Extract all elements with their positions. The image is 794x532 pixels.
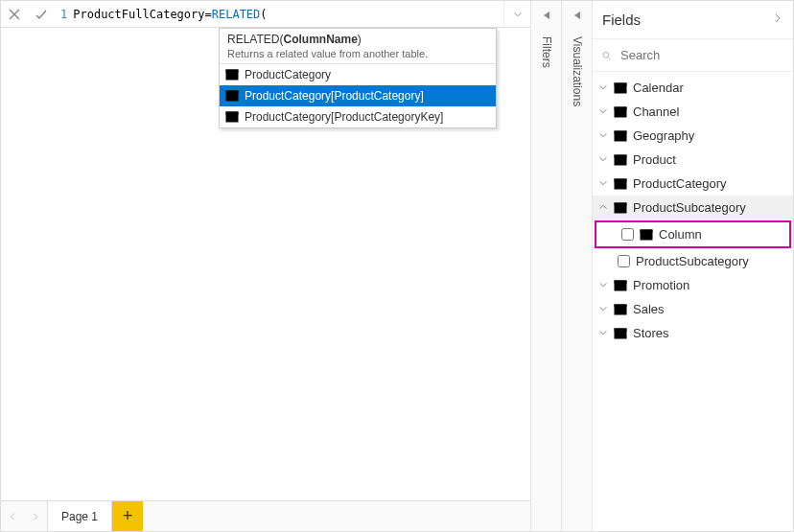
page-tab-strip: Page 1 + bbox=[1, 500, 530, 531]
fields-table-label: ProductSubcategory bbox=[633, 200, 746, 215]
formula-bar: 1 ProductFullCategory=RELATED( bbox=[1, 1, 530, 28]
table-icon bbox=[614, 178, 627, 190]
fields-table-label: Geography bbox=[633, 128, 694, 143]
intellisense-item[interactable]: ProductCategory[ProductCategoryKey] bbox=[220, 106, 496, 127]
table-icon bbox=[614, 328, 627, 339]
formula-line-number: 1 bbox=[55, 8, 73, 21]
filters-label: Filters bbox=[540, 36, 553, 68]
report-canvas[interactable]: RELATED(ColumnName) Returns a related va… bbox=[1, 28, 530, 500]
app-root: 1 ProductFullCategory=RELATED( RELATED(C… bbox=[0, 0, 794, 532]
commit-formula-button[interactable] bbox=[28, 1, 55, 28]
table-icon bbox=[225, 69, 239, 81]
fields-table-row[interactable]: Product bbox=[593, 148, 793, 172]
next-page-button[interactable] bbox=[24, 501, 47, 531]
expand-formula-button[interactable] bbox=[503, 1, 530, 28]
fields-header: Fields bbox=[593, 1, 793, 39]
fields-column-row[interactable]: ProductSubcategory bbox=[593, 249, 793, 273]
search-icon bbox=[602, 49, 611, 62]
fields-tree: CalendarChannelGeographyProductProductCa… bbox=[593, 72, 793, 531]
fields-title: Fields bbox=[602, 12, 641, 28]
formula-input[interactable]: ProductFullCategory=RELATED( bbox=[73, 1, 503, 27]
fields-table-row[interactable]: Stores bbox=[593, 321, 793, 345]
highlighted-field: Column bbox=[595, 220, 791, 248]
table-icon bbox=[614, 106, 627, 118]
chevron-down-icon bbox=[598, 176, 608, 191]
intellisense-item-label: ProductCategory bbox=[245, 68, 331, 81]
visualizations-pane-collapsed[interactable]: Visualizations bbox=[561, 1, 592, 531]
fields-table-row[interactable]: ProductCategory bbox=[593, 172, 793, 196]
fields-table-label: Product bbox=[633, 152, 676, 167]
chevron-down-icon bbox=[598, 152, 608, 167]
chevron-down-icon bbox=[598, 128, 608, 143]
fields-table-row[interactable]: Calendar bbox=[593, 76, 793, 100]
table-icon bbox=[614, 202, 627, 214]
intellisense-item[interactable]: ProductCategory bbox=[220, 64, 496, 85]
fields-table-label: Calendar bbox=[633, 81, 684, 95]
filters-pane-collapsed[interactable]: Filters bbox=[530, 1, 561, 531]
table-icon bbox=[614, 154, 627, 166]
field-checkbox[interactable] bbox=[621, 228, 634, 241]
fields-column-row[interactable]: Column bbox=[596, 222, 789, 246]
add-page-button[interactable]: + bbox=[112, 501, 143, 531]
table-icon bbox=[225, 111, 239, 123]
table-icon bbox=[614, 130, 627, 142]
calculated-column-icon bbox=[640, 229, 653, 241]
fields-table-row[interactable]: ProductSubcategory bbox=[593, 196, 793, 220]
field-label: Column bbox=[659, 227, 702, 242]
intellisense-signature: RELATED(ColumnName) Returns a related va… bbox=[220, 29, 496, 64]
visualizations-expand-icon[interactable] bbox=[571, 9, 584, 25]
fields-table-row[interactable]: Promotion bbox=[593, 273, 793, 297]
chevron-down-icon bbox=[598, 278, 608, 292]
table-icon bbox=[614, 280, 627, 291]
fields-table-row[interactable]: Sales bbox=[593, 297, 793, 321]
chevron-down-icon bbox=[598, 104, 608, 119]
prev-page-button[interactable] bbox=[1, 501, 24, 531]
field-label: ProductSubcategory bbox=[636, 254, 749, 268]
table-icon bbox=[225, 90, 239, 102]
fields-search-input[interactable] bbox=[619, 47, 783, 63]
fields-pane: Fields CalendarChannelGeographyProductPr… bbox=[592, 1, 793, 531]
fields-table-row[interactable]: Channel bbox=[593, 100, 793, 124]
fields-table-label: Channel bbox=[633, 104, 679, 119]
chevron-down-icon bbox=[598, 81, 608, 95]
intellisense-popup: RELATED(ColumnName) Returns a related va… bbox=[219, 28, 497, 128]
chevron-down-icon bbox=[598, 326, 608, 340]
intellisense-list: ProductCategoryProductCategory[ProductCa… bbox=[220, 64, 496, 127]
table-icon bbox=[614, 82, 627, 94]
intellisense-item-label: ProductCategory[ProductCategory] bbox=[245, 89, 424, 103]
main-area: 1 ProductFullCategory=RELATED( RELATED(C… bbox=[1, 1, 530, 531]
chevron-down-icon bbox=[598, 302, 608, 316]
visualizations-label: Visualizations bbox=[571, 36, 584, 106]
fields-collapse-icon[interactable] bbox=[772, 12, 783, 27]
chevron-up-icon bbox=[598, 200, 608, 215]
table-icon bbox=[614, 304, 627, 315]
fields-table-label: Stores bbox=[633, 326, 669, 340]
cancel-formula-button[interactable] bbox=[1, 1, 28, 28]
intellisense-item-label: ProductCategory[ProductCategoryKey] bbox=[245, 110, 443, 124]
intellisense-item[interactable]: ProductCategory[ProductCategory] bbox=[220, 85, 496, 106]
filters-expand-icon[interactable] bbox=[540, 9, 553, 25]
fields-table-label: ProductCategory bbox=[633, 176, 727, 191]
field-checkbox[interactable] bbox=[618, 255, 630, 267]
fields-table-row[interactable]: Geography bbox=[593, 124, 793, 148]
fields-search[interactable] bbox=[593, 39, 793, 72]
page-tab[interactable]: Page 1 bbox=[47, 501, 112, 531]
fields-table-label: Sales bbox=[633, 302, 665, 316]
fields-table-label: Promotion bbox=[633, 278, 689, 292]
